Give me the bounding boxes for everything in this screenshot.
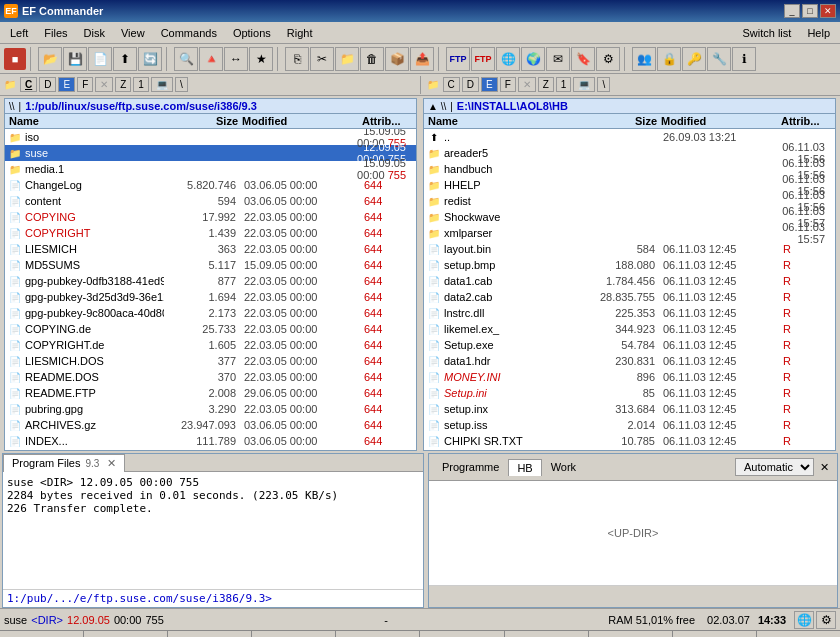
new-btn[interactable]: 📄 <box>88 47 112 71</box>
console-input-field[interactable] <box>272 592 419 605</box>
ftp2-btn[interactable]: FTP <box>471 47 495 71</box>
drive-1-left[interactable]: 1 <box>133 77 149 92</box>
right-panel-close[interactable]: ✕ <box>816 461 833 474</box>
save-btn[interactable]: 💾 <box>63 47 87 71</box>
left-file-row[interactable]: 📄 ChangeLog 5.820.746 03.06.05 00:00 644 <box>5 177 416 193</box>
drive-D-right[interactable]: D <box>462 77 479 92</box>
search-btn[interactable]: 🔍 <box>174 47 198 71</box>
ie-btn[interactable]: 🌍 <box>521 47 545 71</box>
net-btn[interactable]: 🌐 <box>496 47 520 71</box>
info-btn[interactable]: ℹ <box>732 47 756 71</box>
menu-commands[interactable]: Commands <box>153 25 225 41</box>
right-file-row[interactable]: 📄 Setup.ini 85 06.11.03 12:45 R <box>424 385 835 401</box>
drive-C-right[interactable]: C <box>443 77 460 92</box>
drive-net-right[interactable]: 💻 <box>573 77 595 92</box>
left-file-row[interactable]: 📄 README.FTP 2.008 29.06.05 00:00 644 <box>5 385 416 401</box>
fav-btn[interactable]: ★ <box>249 47 273 71</box>
drive-F-left[interactable]: F <box>77 77 93 92</box>
fkey-3[interactable]: 3View <box>168 631 252 637</box>
drive-E-right[interactable]: E <box>481 77 498 92</box>
users-btn[interactable]: 👥 <box>632 47 656 71</box>
fkey-1[interactable]: 1Menu <box>0 631 84 637</box>
maximize-button[interactable]: □ <box>802 4 818 18</box>
left-file-row[interactable]: 📁 media.1 15.09.05 00:00 755 <box>5 161 416 177</box>
drive-F-right[interactable]: F <box>500 77 516 92</box>
left-file-row[interactable]: 📄 INDEX... 111.789 03.06.05 00:00 644 <box>5 433 416 449</box>
left-file-row[interactable]: 📄 COPYRIGHT.de 1.605 22.03.05 00:00 644 <box>5 337 416 353</box>
left-file-row[interactable]: 📄 gpg-pubkey-0dfb3188-41ed9... 877 22.03… <box>5 273 416 289</box>
sync-btn[interactable]: ↔ <box>224 47 248 71</box>
right-file-row[interactable]: 📄 MONEY.INI 896 06.11.03 12:45 R <box>424 369 835 385</box>
right-file-row[interactable]: 📄 data2.cab 28.835.755 06.11.03 12:45 R <box>424 289 835 305</box>
drive-Z-right[interactable]: Z <box>538 77 554 92</box>
tab-work[interactable]: Work <box>542 458 585 476</box>
left-file-row[interactable]: 📄 pubring.gpg 3.290 22.03.05 00:00 644 <box>5 401 416 417</box>
fkey-4[interactable]: 4Edit <box>252 631 336 637</box>
move-btn[interactable]: ✂ <box>310 47 334 71</box>
left-file-row[interactable]: 📄 ARCHIVES.gz 23.947.093 03.06.05 00:00 … <box>5 417 416 433</box>
refresh-btn[interactable]: 🔄 <box>138 47 162 71</box>
lock-btn[interactable]: 🔒 <box>657 47 681 71</box>
right-file-row[interactable]: 📄 layout.bin 584 06.11.03 12:45 R <box>424 241 835 257</box>
stop-button[interactable]: ■ <box>4 48 26 70</box>
drive-backslash-right[interactable]: \ <box>597 77 610 92</box>
drive-D-left[interactable]: D <box>39 77 56 92</box>
bookmark-btn[interactable]: 🔖 <box>571 47 595 71</box>
filter-btn[interactable]: 🔺 <box>199 47 223 71</box>
ftp-btn[interactable]: FTP <box>446 47 470 71</box>
left-file-row[interactable]: 📄 LIESMICH.DOS 377 22.03.05 00:00 644 <box>5 353 416 369</box>
mail-btn[interactable]: ✉ <box>546 47 570 71</box>
left-file-row[interactable]: 📄 content 594 03.06.05 00:00 644 <box>5 193 416 209</box>
fkey-7[interactable]: 7Make Direc... <box>505 631 589 637</box>
mkdir-btn[interactable]: 📁 <box>335 47 359 71</box>
menu-view[interactable]: View <box>113 25 153 41</box>
unzip-btn[interactable]: 📤 <box>410 47 434 71</box>
left-file-row[interactable]: 📄 COPYRIGHT 1.439 22.03.05 00:00 644 <box>5 225 416 241</box>
right-file-row[interactable]: 📄 setup.inx 313.684 06.11.03 12:45 R <box>424 401 835 417</box>
tools-btn[interactable]: 🔧 <box>707 47 731 71</box>
close-button[interactable]: ✕ <box>820 4 836 18</box>
switch-list[interactable]: Switch list <box>734 25 799 41</box>
tab-hb[interactable]: HB <box>508 459 541 476</box>
right-file-list[interactable]: ⬆ .. 26.09.03 13:21 📁 areader5 06.11.03 … <box>424 129 835 450</box>
up-btn[interactable]: ⬆ <box>113 47 137 71</box>
status-icon1[interactable]: 🌐 <box>794 611 814 629</box>
left-file-row[interactable]: 📄 MD5SUMS 5.117 15.09.05 00:00 644 <box>5 257 416 273</box>
left-file-row[interactable]: 📄 README.DOS 370 22.03.05 00:00 644 <box>5 369 416 385</box>
drive-X-right[interactable]: ✕ <box>518 77 536 92</box>
help-menu[interactable]: Help <box>799 25 838 41</box>
right-dropdown[interactable]: Automatic <box>735 458 814 476</box>
fkey-2[interactable]: 2Menu <box>84 631 168 637</box>
drive-1-right[interactable]: 1 <box>556 77 572 92</box>
fkey-10[interactable]: 10Exit <box>757 631 840 637</box>
menu-right[interactable]: Right <box>279 25 321 41</box>
menu-left[interactable]: Left <box>2 25 36 41</box>
right-file-row[interactable]: 📄 data1.hdr 230.831 06.11.03 12:45 R <box>424 353 835 369</box>
right-file-row[interactable]: 📄 CHIPKI SR.TXT 10.785 06.11.03 12:45 R <box>424 433 835 449</box>
config-btn[interactable]: ⚙ <box>596 47 620 71</box>
right-file-row[interactable]: 📄 setup.iss 2.014 06.11.03 12:45 R <box>424 417 835 433</box>
drive-net-left[interactable]: 💻 <box>151 77 173 92</box>
left-file-row[interactable]: 📄 COPYING.de 25.733 22.03.05 00:00 644 <box>5 321 416 337</box>
right-file-row[interactable]: 📄 Setup.exe 54.784 06.11.03 12:45 R <box>424 337 835 353</box>
right-file-row[interactable]: 📁 xmlparser 06.11.03 15:57 <box>424 225 835 241</box>
right-file-row[interactable]: 📄 lnstrc.dll 225.353 06.11.03 12:45 R <box>424 305 835 321</box>
fkey-8[interactable]: 8Delete <box>589 631 673 637</box>
menu-files[interactable]: Files <box>36 25 75 41</box>
delete-btn[interactable]: 🗑 <box>360 47 384 71</box>
left-file-row[interactable]: 📄 gpg-pubkey-3d25d3d9-36e12... 1.694 22.… <box>5 289 416 305</box>
right-path-nav[interactable]: ▲ \\ <box>428 101 446 112</box>
menu-options[interactable]: Options <box>225 25 279 41</box>
tab-close-btn[interactable]: ✕ <box>107 457 116 469</box>
menu-disk[interactable]: Disk <box>76 25 113 41</box>
fkey-9[interactable]: 9Container <box>673 631 757 637</box>
tab-program-files[interactable]: Program Files 9.3 ✕ <box>3 454 125 472</box>
left-file-row[interactable]: 📄 COPYING 17.992 22.03.05 00:00 644 <box>5 209 416 225</box>
console-input-bar[interactable]: 1:/pub/.../e/ftp.suse.com/suse/i386/9.3> <box>3 589 423 607</box>
right-file-row[interactable]: 📄 data1.cab 1.784.456 06.11.03 12:45 R <box>424 273 835 289</box>
drive-C-left[interactable]: C <box>20 77 37 92</box>
drive-X-left[interactable]: ✕ <box>95 77 113 92</box>
minimize-button[interactable]: _ <box>784 4 800 18</box>
right-file-row[interactable]: 📄 setup.bmp 188.080 06.11.03 12:45 R <box>424 257 835 273</box>
drive-backslash-left[interactable]: \ <box>175 77 188 92</box>
